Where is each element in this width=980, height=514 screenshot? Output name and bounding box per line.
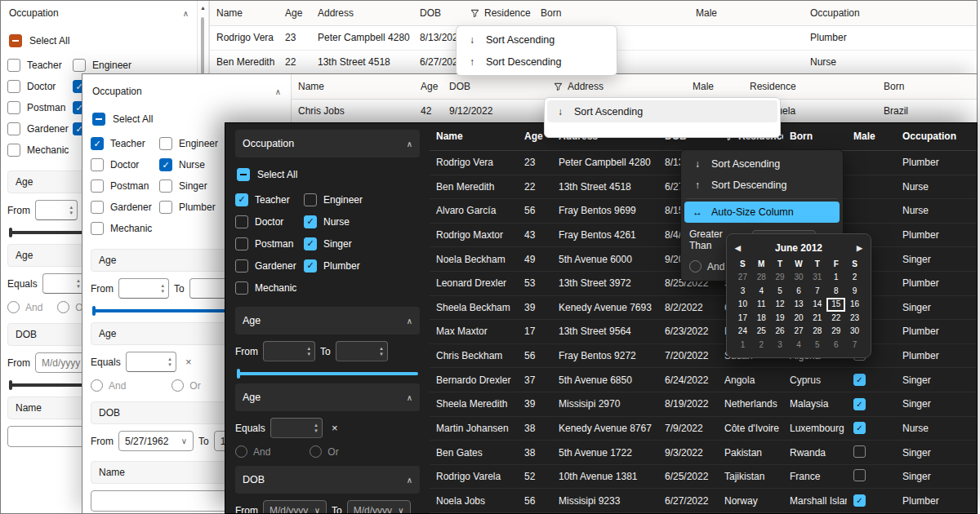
spinner-icon[interactable]: ▴▾: [314, 423, 318, 433]
calendar-day[interactable]: 22: [826, 312, 845, 326]
calendar-day[interactable]: 19: [771, 312, 790, 326]
calendar-day[interactable]: 29: [771, 271, 790, 285]
age-equals-input[interactable]: ▴▾: [42, 273, 85, 294]
filter-option-checkbox[interactable]: Doctor: [7, 76, 73, 97]
table-row[interactable]: Sheela Meredith 39 Missisipi 2970 8/19/2…: [430, 392, 977, 417]
filter-option-checkbox[interactable]: Engineer: [304, 188, 420, 210]
calendar-day[interactable]: 2: [752, 339, 771, 352]
and-radio[interactable]: [91, 379, 103, 392]
menu-item-sort-descending[interactable]: ↑ Sort Descending: [684, 175, 840, 196]
table-row[interactable]: Sheela Beckham 39 Kenedy Avenue 7693 8/2…: [430, 296, 977, 321]
menu-item[interactable]: ↓ Sort Ascending: [459, 29, 614, 51]
calendar-day[interactable]: 1: [733, 339, 752, 352]
or-radio[interactable]: [172, 379, 184, 392]
menu-item[interactable]: ↓ Sort Ascending: [547, 100, 777, 122]
column-header-name[interactable]: Name: [292, 81, 414, 92]
calendar-day[interactable]: 11: [752, 298, 771, 312]
calendar-day[interactable]: 30: [790, 271, 808, 285]
calendar-day[interactable]: 14: [808, 298, 826, 312]
calendar-day[interactable]: 9: [845, 285, 864, 299]
male-checkbox[interactable]: [853, 374, 866, 386]
and-radio[interactable]: [235, 445, 247, 458]
calendar-day[interactable]: 5: [808, 339, 826, 352]
calendar-day[interactable]: 6: [790, 285, 808, 299]
slider-thumb[interactable]: [92, 306, 96, 316]
age-range-slider[interactable]: [237, 372, 418, 375]
calendar-day[interactable]: 6: [826, 339, 845, 352]
table-row[interactable]: Ben Gates 38 5th Avenue 1722 9/3/2022 Pa…: [430, 441, 977, 465]
table-row[interactable]: Bernardo Drexler 37 5th Avenue 6850 6/24…: [430, 368, 977, 392]
column-header-born[interactable]: Born: [534, 7, 689, 19]
calendar-day[interactable]: 25: [752, 325, 771, 339]
age-from-input[interactable]: ▴▾: [35, 200, 78, 220]
menu-item[interactable]: ↑ Sort Descending: [459, 51, 614, 73]
calendar-day[interactable]: 1: [826, 271, 845, 285]
calendar-day[interactable]: 30: [845, 325, 864, 339]
dob-from-picker[interactable]: 5/27/1962 ∨: [118, 431, 194, 451]
filter-option-checkbox[interactable]: Postman: [91, 175, 159, 197]
calendar-day[interactable]: 13: [790, 298, 808, 312]
column-header-male[interactable]: Male: [686, 81, 743, 92]
calendar-day[interactable]: 3: [771, 339, 790, 352]
age-to-input[interactable]: ▴▾: [336, 341, 388, 361]
occupation-expander-header[interactable]: Occupation ∧: [91, 81, 283, 102]
age-range-expander-header[interactable]: Age ∧: [235, 307, 420, 335]
select-all-checkbox[interactable]: Select All: [9, 32, 189, 50]
column-header-male[interactable]: Male: [689, 7, 804, 19]
calendar-day[interactable]: 27: [790, 325, 808, 339]
filter-option-checkbox[interactable]: Teacher: [7, 55, 73, 76]
filter-option-checkbox[interactable]: Gardener: [91, 197, 159, 218]
calendar-next-icon[interactable]: ▶: [855, 244, 864, 252]
table-row[interactable]: Noela Jobs 56 Missisipi 9233 6/27/2022 N…: [430, 489, 977, 513]
scroll-up-icon[interactable]: ▲: [198, 5, 208, 11]
filter-option-checkbox[interactable]: Doctor: [235, 210, 304, 233]
spinner-icon[interactable]: ▴▾: [168, 357, 172, 367]
age-equals-expander-header[interactable]: Age ∧: [235, 383, 420, 411]
filter-option-checkbox[interactable]: Mechanic: [235, 277, 304, 299]
calendar-day[interactable]: 27: [733, 271, 752, 285]
column-header-occupation[interactable]: Occupation: [804, 7, 977, 19]
calendar-day[interactable]: 24: [733, 325, 752, 339]
and-radio[interactable]: [7, 301, 20, 313]
age-equals-input[interactable]: ▴▾: [126, 352, 176, 372]
calendar-day[interactable]: 29: [826, 325, 845, 339]
column-header-name[interactable]: Name: [210, 7, 278, 19]
filter-funnel-icon[interactable]: [554, 82, 563, 91]
calendar-day[interactable]: 10: [733, 298, 752, 312]
or-radio[interactable]: [310, 445, 322, 458]
column-header-residence[interactable]: Residence: [743, 81, 877, 92]
calendar-day[interactable]: 18: [752, 312, 771, 326]
spinner-icon[interactable]: ▴▾: [380, 346, 383, 357]
calendar-day[interactable]: 28: [808, 325, 826, 339]
scrollbar-thumb[interactable]: [201, 17, 204, 74]
spinner-icon[interactable]: ▴▾: [307, 346, 310, 357]
filter-option-checkbox[interactable]: Postman: [7, 97, 73, 118]
male-checkbox[interactable]: [853, 398, 866, 410]
filter-option-checkbox[interactable]: Gardener: [235, 255, 304, 277]
spinner-icon[interactable]: ▴▾: [77, 278, 80, 289]
dob-to-picker[interactable]: M/d/yyyy ∨: [347, 500, 411, 513]
calendar-day[interactable]: 12: [771, 298, 790, 312]
occupation-expander-header[interactable]: Occupation ∧: [7, 2, 190, 24]
filter-option-checkbox[interactable]: Gardener: [7, 118, 73, 140]
calendar-day[interactable]: 4: [752, 285, 771, 299]
filter-funnel-icon[interactable]: [470, 9, 479, 18]
calendar-prev-icon[interactable]: ◀: [733, 244, 742, 252]
spinner-icon[interactable]: ▴▾: [161, 283, 164, 294]
calendar-day[interactable]: 8: [826, 285, 845, 299]
menu-item-auto-size-column[interactable]: ↔ Auto-Size Column: [684, 202, 840, 223]
column-header-dob[interactable]: DOB: [413, 7, 464, 19]
filter-option-checkbox[interactable]: Doctor: [91, 154, 159, 175]
calendar-title[interactable]: June 2012: [775, 242, 822, 254]
calendar-day[interactable]: 2: [845, 271, 864, 285]
column-header-born[interactable]: Born: [877, 81, 977, 92]
slider-thumb[interactable]: [9, 380, 12, 390]
filter-option-checkbox[interactable]: Mechanic: [91, 218, 159, 239]
calendar-day[interactable]: 4: [790, 339, 808, 352]
table-row[interactable]: Max Maxtor 17 13th Street 9564 6/23/2022…: [430, 320, 977, 344]
calendar-day[interactable]: 26: [771, 325, 790, 339]
male-checkbox[interactable]: [853, 494, 866, 507]
filter-option-checkbox[interactable]: Teacher: [91, 133, 159, 154]
calendar-day[interactable]: 21: [808, 312, 826, 326]
name-filter-input[interactable]: [91, 490, 238, 512]
